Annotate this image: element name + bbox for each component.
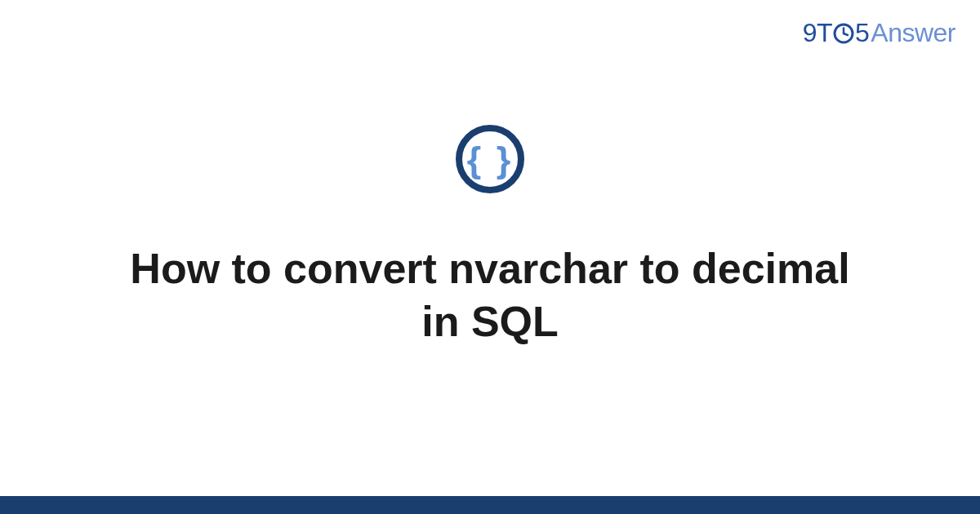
footer-bar xyxy=(0,496,980,514)
clock-icon xyxy=(833,23,854,44)
page: 9T 5 Answer { } How to convert nvarchar … xyxy=(0,0,980,514)
main-content: { } How to convert nvarchar to decimal i… xyxy=(0,0,980,514)
brand-part-answer: Answer xyxy=(871,18,956,48)
site-brand: 9T 5 Answer xyxy=(803,18,956,48)
brand-part-5: 5 xyxy=(855,18,869,48)
code-braces-icon: { } xyxy=(456,125,524,193)
brand-part-9t: 9T xyxy=(803,18,832,48)
page-title: How to convert nvarchar to decimal in SQ… xyxy=(122,242,858,348)
svg-line-2 xyxy=(844,33,848,35)
braces-glyph: { } xyxy=(467,141,514,178)
